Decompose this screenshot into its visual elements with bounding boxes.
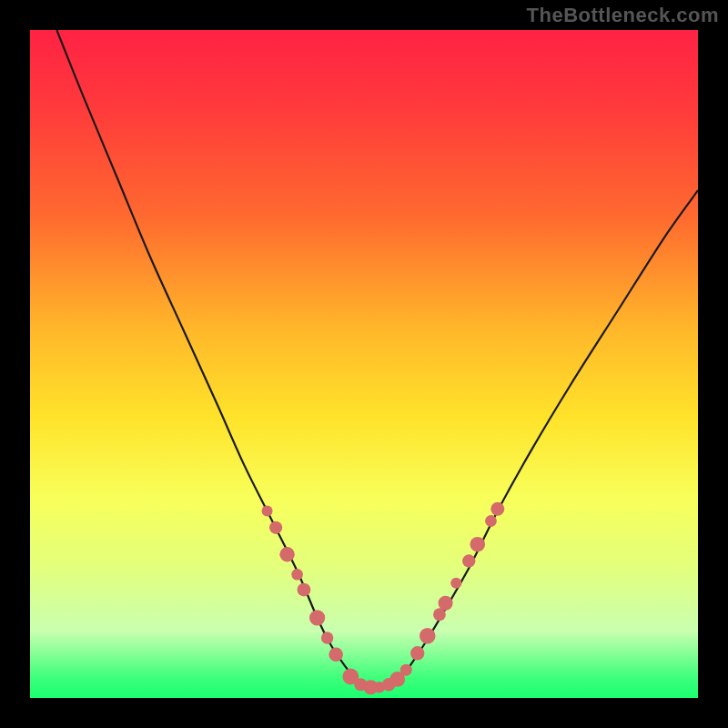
bottleneck-marker (470, 537, 485, 552)
bottleneck-marker (269, 521, 282, 534)
bottleneck-marker (485, 515, 497, 527)
chart-frame: TheBottleneck.com (0, 0, 728, 728)
bottleneck-marker (291, 569, 303, 581)
bottleneck-marker (321, 632, 333, 643)
bottleneck-marker (462, 554, 475, 567)
curve-svg (30, 30, 698, 698)
bottleneck-marker (439, 596, 453, 611)
bottleneck-marker (410, 646, 424, 660)
bottleneck-marker (262, 505, 273, 516)
bottleneck-marker (450, 578, 461, 589)
watermark-text: TheBottleneck.com (527, 4, 719, 27)
bottleneck-marker (420, 628, 436, 644)
bottleneck-marker (309, 610, 325, 625)
plot-area (30, 30, 698, 698)
bottleneck-marker (279, 547, 294, 561)
bottleneck-marker (329, 647, 343, 662)
bottleneck-marker (490, 502, 504, 516)
bottleneck-marker (400, 664, 412, 676)
bottleneck-curve (56, 30, 698, 689)
marker-group (262, 502, 505, 695)
bottleneck-marker (298, 583, 311, 597)
